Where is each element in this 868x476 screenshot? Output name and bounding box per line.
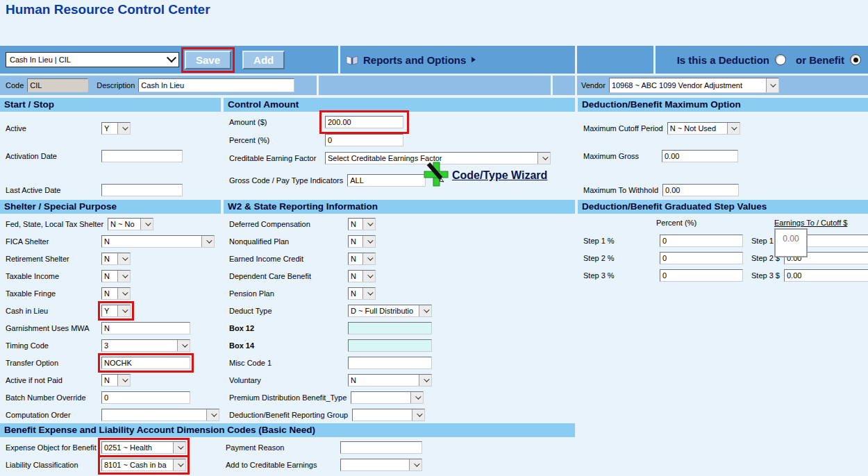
pension-plan-select-value: N	[349, 289, 362, 298]
description-input[interactable]	[138, 78, 294, 92]
transfer-option-input[interactable]	[101, 357, 190, 369]
fica-shelter-select[interactable]: N	[101, 235, 215, 248]
computation-order-row: Computation Order	[0, 406, 221, 423]
activation-date-input[interactable]	[101, 150, 183, 162]
gross-code-pay-type-indicators-input[interactable]	[347, 174, 426, 187]
step-1-pct-row: Step 1 %Step 1 $	[578, 232, 868, 249]
nonqualified-plan-select[interactable]: N	[348, 235, 376, 248]
chevron-down-icon	[410, 392, 423, 403]
computation-order-select[interactable]	[101, 409, 219, 421]
add-button[interactable]: Add	[242, 51, 285, 69]
steps-column-headers: Percent (%) Earnings To / Cutoff $	[578, 215, 868, 232]
section-benefit-expense-liability: Benefit Expense and Liability Account Di…	[0, 423, 575, 476]
section-shelter-special-purpose: Shelter / Special Purpose Fed, State, Lo…	[0, 200, 221, 423]
add-to-creditable-earnings-select[interactable]	[340, 459, 422, 471]
step-2-pct-input[interactable]	[660, 252, 743, 264]
premium-distribution-benefit-type-label: Premium Distribution Benefit_Type	[229, 393, 351, 402]
deferred-compensation-select[interactable]: N	[348, 218, 376, 230]
expense-object-for-benefit-select[interactable]: 0251 ~ Health	[101, 441, 186, 454]
nonqualified-plan-label: Nonqualified Plan	[229, 237, 348, 246]
code-row-spacer-2	[553, 76, 575, 95]
taxable-income-label: Taxable Income	[6, 272, 101, 280]
computation-order-label: Computation Order	[6, 411, 101, 419]
maximum-to-withhold-input[interactable]	[662, 184, 739, 196]
benefit-radio[interactable]	[850, 54, 861, 65]
pension-plan-label: Pension Plan	[229, 289, 348, 298]
chevron-down-icon	[362, 288, 375, 299]
activation-date-row: Activation Date	[0, 141, 221, 169]
premium-distribution-benefit-type-select[interactable]	[351, 391, 424, 404]
garnishment-uses-mwa-row: Garnishment Uses MWA	[0, 319, 221, 337]
chevron-down-icon	[419, 375, 431, 386]
taxable-income-row: Taxable IncomeN	[0, 267, 221, 284]
amount-input[interactable]	[325, 116, 403, 128]
save-button[interactable]: Save	[185, 51, 231, 69]
chevron-down-icon	[362, 271, 375, 282]
step-2-pct-label: Step 2 %	[583, 254, 660, 262]
box-14-row: Box 14	[224, 337, 575, 354]
percent-input[interactable]	[325, 134, 403, 146]
section-maximum-option: Deduction/Benefit Maximum Option Maximum…	[578, 98, 868, 203]
deduction-radio[interactable]	[775, 54, 786, 65]
gross-code-pay-type-indicators-label: Gross Code / Pay Type Indicators	[229, 176, 347, 185]
retirement-shelter-row: Retirement ShelterN	[0, 250, 221, 267]
chevron-down-icon	[117, 271, 130, 282]
amount-label: Amount ($)	[229, 118, 325, 126]
cash-in-lieu-select-value: Y	[102, 307, 117, 315]
active-if-not-paid-label: Active if not Paid	[6, 376, 101, 384]
dependent-care-benefit-select[interactable]: N	[348, 270, 376, 282]
active-row: ActiveY	[0, 113, 221, 141]
section-start-stop: Start / Stop ActiveYActivation DateLast …	[0, 98, 221, 203]
deduction-benefit-reporting-group-row: Deduction/Benefit Reporting Group	[224, 406, 575, 423]
deduction-benefit-selector[interactable]: Cash In Lieu | CIL	[6, 52, 179, 67]
payment-reason-label: Payment Reason	[226, 443, 340, 452]
toolbar-spacer-cell	[577, 46, 653, 74]
step-3-pct-input[interactable]	[660, 269, 743, 282]
chevron-down-icon	[117, 375, 130, 386]
section-graduated-step-values: Deduction/Benefit Graduated Step Values …	[578, 200, 868, 284]
step-3-amt-input[interactable]	[784, 269, 868, 282]
voluntary-row: VoluntaryN	[224, 371, 575, 389]
retirement-shelter-select[interactable]: N	[101, 253, 131, 265]
misc-code-1-label: Misc Code 1	[229, 359, 348, 367]
garnishment-uses-mwa-input[interactable]	[101, 322, 190, 334]
reports-and-options-link[interactable]: Reports and Options	[363, 54, 466, 66]
box-12-input[interactable]	[348, 322, 432, 334]
section-header-start-stop: Start / Stop	[0, 98, 221, 112]
liability-classification-label: Liability Classification	[6, 461, 101, 469]
hr-control-center-page: Human Resource Control Center Cash In Li…	[0, 0, 868, 476]
deduction-benefit-toggle: Is this a Deduction or Benefit	[656, 46, 868, 74]
taxable-fringe-select[interactable]: N	[101, 287, 131, 300]
code-input[interactable]	[27, 78, 88, 92]
active-select[interactable]: Y	[101, 122, 131, 135]
wizard-icon	[424, 162, 449, 189]
garnishment-uses-mwa-label: Garnishment Uses MWA	[6, 324, 101, 332]
vendor-select[interactable]: 10968 ~ ABC 1099 Vendor Adjustment	[609, 78, 779, 93]
chevron-down-icon	[419, 305, 431, 316]
last-active-date-input[interactable]	[101, 184, 183, 196]
chevron-down-icon	[727, 123, 740, 134]
code-type-wizard-link[interactable]: Code/Type Wizard	[452, 169, 547, 182]
box-14-input[interactable]	[348, 339, 432, 352]
timing-code-select[interactable]: 3	[101, 339, 190, 352]
taxable-income-select[interactable]: N	[101, 270, 131, 282]
active-select-value: Y	[102, 124, 117, 133]
earned-income-credit-select[interactable]: N	[348, 253, 376, 265]
deduction-benefit-reporting-group-select[interactable]	[352, 409, 425, 421]
fed-state-local-tax-shelter-select[interactable]: N ~ No	[108, 218, 153, 230]
active-label: Active	[6, 124, 101, 133]
deduction-benefit-selector-value: Cash In Lieu | CIL	[10, 56, 71, 64]
active-if-not-paid-select[interactable]: N	[101, 374, 131, 386]
cash-in-lieu-select[interactable]: Y	[101, 305, 131, 317]
batch-number-override-input[interactable]	[101, 391, 190, 404]
payment-reason-input[interactable]	[340, 441, 422, 454]
liability-classification-select[interactable]: 8101 ~ Cash in ba	[101, 459, 186, 471]
step-1-pct-input[interactable]	[660, 235, 743, 247]
voluntary-select[interactable]: N	[348, 374, 432, 386]
maximum-gross-input[interactable]	[662, 150, 738, 162]
deduct-type-select[interactable]: D ~ Full Distributio	[348, 305, 432, 317]
pension-plan-select[interactable]: N	[348, 287, 376, 300]
chevron-down-icon	[117, 253, 130, 264]
maximum-cutoff-period-select[interactable]: N ~ Not Used	[667, 122, 740, 135]
misc-code-1-input[interactable]	[348, 357, 432, 369]
